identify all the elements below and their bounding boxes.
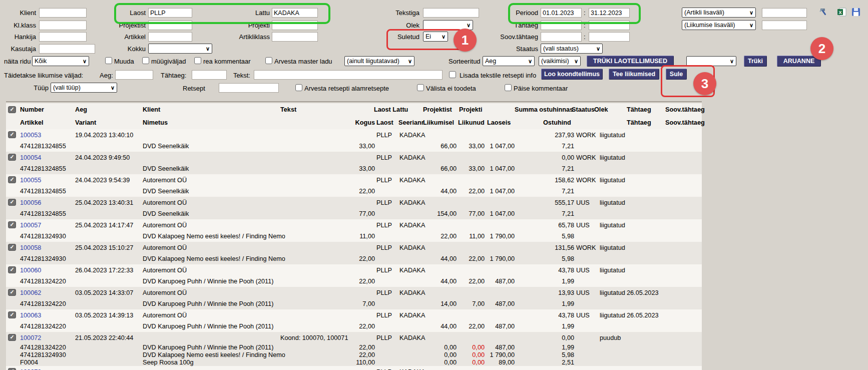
muuda-checkbox[interactable]: [105, 57, 112, 64]
alamretsepte-checkbox[interactable]: [295, 84, 302, 91]
row-checkbox[interactable]: ✓: [8, 176, 16, 183]
col-liikumisel[interactable]: Liikumisel: [423, 116, 454, 129]
soov-tahtaeg-to-input[interactable]: [589, 32, 630, 42]
kl-klass-input[interactable]: [39, 21, 87, 30]
suletud-select[interactable]: Ei∨: [423, 32, 448, 42]
lisada-tekstile-checkbox[interactable]: [449, 71, 456, 78]
col-variant[interactable]: Variant: [75, 116, 96, 129]
tekstiga-input[interactable]: [423, 8, 479, 18]
kasutaja-input[interactable]: [39, 44, 95, 54]
row-checkbox[interactable]: ✓: [8, 289, 16, 296]
settings-hammer-icon[interactable]: [819, 7, 829, 17]
col-staatus[interactable]: Staatus: [572, 103, 595, 116]
col-projekti[interactable]: Projekti: [459, 103, 483, 116]
rea-kommentaar-checkbox[interactable]: [194, 57, 201, 64]
tahtaeg-fill-input[interactable]: [192, 70, 227, 80]
liikumise-lisavali-input[interactable]: [762, 21, 807, 30]
excel-export-icon[interactable]: X: [837, 7, 847, 17]
order-number-link[interactable]: 100053: [20, 129, 41, 141]
order-number-link[interactable]: 100057: [20, 219, 41, 231]
arvesta-master-ladu-checkbox[interactable]: [265, 57, 272, 64]
sorteeritud-select[interactable]: Aeg∨: [483, 56, 535, 66]
vaikimisi-select[interactable]: (vaikimisi)∨: [539, 56, 581, 66]
col-laost[interactable]: Laost: [376, 116, 393, 129]
select-all-checkbox[interactable]: ✓: [8, 106, 16, 113]
col-klient[interactable]: Klient: [143, 103, 160, 116]
col-tahtaeg-2[interactable]: Tähtaeg: [627, 116, 651, 129]
col-ostuhind[interactable]: Ostuhind: [543, 116, 571, 129]
order-number-link[interactable]: 100054: [20, 152, 41, 163]
naita-ridu-select[interactable]: Kõik∨: [32, 56, 89, 66]
periood-to-input[interactable]: [589, 8, 630, 18]
col-laoseis[interactable]: Laoseis: [487, 116, 511, 129]
col-soov-tahtaeg-2[interactable]: Soov.tähtaeg: [665, 116, 705, 129]
tekst-fill-input[interactable]: [254, 70, 443, 80]
col-nimetus[interactable]: Nimetus: [143, 116, 168, 129]
order-number-link[interactable]: 100073: [20, 366, 41, 370]
valista-checkbox[interactable]: [417, 84, 424, 91]
ainult-liigutatavad-select[interactable]: (ainult liigutatavad)∨: [344, 56, 414, 66]
order-staatus: WORK: [576, 152, 596, 163]
liikumise-lisavali-select[interactable]: (Liikumise lisaväli)∨: [682, 20, 756, 30]
row-checkbox[interactable]: ✓: [8, 131, 16, 138]
row-checkbox[interactable]: ✓: [8, 154, 16, 161]
artikli-lisavali-input[interactable]: [762, 8, 807, 18]
sule-button[interactable]: Sule: [666, 69, 687, 80]
loo-koondtellimus-button[interactable]: Loo koondtellimus: [541, 69, 603, 80]
aeg-fill-input[interactable]: [115, 70, 153, 80]
klient-input[interactable]: [39, 8, 87, 18]
projektist-input[interactable]: [148, 21, 192, 30]
order-number-link[interactable]: 100060: [20, 264, 41, 276]
paise-kommentaar-checkbox[interactable]: [505, 84, 512, 91]
col-tekst[interactable]: Tekst: [280, 103, 296, 116]
periood-from-input[interactable]: [541, 8, 582, 18]
tryki-laotellimused-button[interactable]: TRÜKI LAOTELLIMUSED: [587, 56, 674, 67]
col-liikunud[interactable]: Liikunud: [458, 116, 485, 129]
artikliklass-input[interactable]: [272, 32, 318, 42]
tahtaeg-from-input[interactable]: [541, 21, 582, 30]
artikkel-input[interactable]: [148, 32, 192, 42]
order-number-link[interactable]: 100063: [20, 309, 41, 321]
lattu-input[interactable]: [272, 8, 318, 18]
col-number[interactable]: Number: [20, 103, 44, 116]
order-number-link[interactable]: 100062: [20, 287, 41, 298]
projekti-input[interactable]: [272, 21, 318, 30]
artikli-lisavali-select[interactable]: (Artikli lisaväli)∨: [682, 8, 756, 18]
staatus-select[interactable]: (vali staatus)∨: [541, 44, 603, 54]
chevron-down-icon: ∨: [749, 10, 753, 16]
col-seerianr[interactable]: Seerianr: [398, 116, 424, 129]
save-icon[interactable]: [851, 7, 861, 17]
col-projektist[interactable]: Projektist: [423, 103, 452, 116]
order-number-link[interactable]: 100055: [20, 174, 41, 186]
row-checkbox[interactable]: ✓: [8, 244, 16, 251]
row-checkbox[interactable]: ✓: [8, 334, 16, 341]
col-soov-tahtaeg[interactable]: Soov.tähtaeg: [665, 103, 705, 116]
retsept-input[interactable]: [219, 83, 279, 93]
order-number-link[interactable]: 100056: [20, 197, 41, 208]
col-laost-lattu[interactable]: Laost Lattu: [374, 103, 408, 116]
article-ostuhind: 1,99: [536, 343, 574, 351]
row-checkbox[interactable]: ✓: [8, 368, 16, 370]
hankija-input[interactable]: [39, 32, 87, 42]
tryki-button[interactable]: Trüki: [744, 56, 767, 67]
tee-liikumised-button[interactable]: Tee liikumised: [609, 69, 659, 80]
col-artikkel[interactable]: Artikkel: [20, 116, 44, 129]
col-aeg[interactable]: Aeg: [75, 103, 87, 116]
myygivaljad-checkbox[interactable]: [142, 57, 149, 64]
col-tahtaeg[interactable]: Tähtaeg: [627, 103, 651, 116]
tryki-vorm-select[interactable]: ∨: [686, 56, 736, 66]
kokku-select[interactable]: ∨: [148, 44, 212, 54]
row-checkbox[interactable]: ✓: [8, 199, 16, 206]
col-olek[interactable]: Olek: [594, 103, 608, 116]
row-checkbox[interactable]: ✓: [8, 266, 16, 273]
order-number-link[interactable]: 100058: [20, 242, 41, 253]
row-checkbox[interactable]: ✓: [8, 221, 16, 228]
col-kogus[interactable]: Kogus: [328, 116, 375, 129]
tyyp-select[interactable]: (vali tüüp)∨: [51, 83, 117, 93]
laost-input[interactable]: [148, 8, 192, 18]
soov-tahtaeg-from-input[interactable]: [541, 32, 582, 42]
order-number-link[interactable]: 100072: [20, 332, 41, 343]
tahtaeg-to-input[interactable]: [589, 21, 630, 30]
col-summa-ostuhinnas[interactable]: Summa ostuhinnas: [515, 103, 573, 116]
row-checkbox[interactable]: ✓: [8, 311, 16, 318]
